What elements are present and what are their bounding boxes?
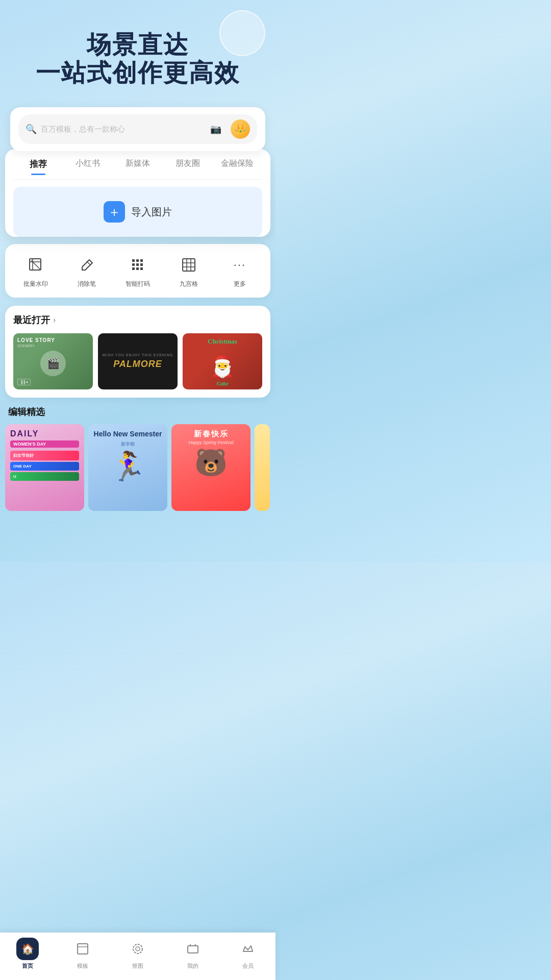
batch-watermark-icon [24, 253, 47, 277]
svg-rect-12 [136, 267, 139, 270]
recent-arrow[interactable]: › [53, 315, 56, 325]
svg-rect-13 [140, 267, 143, 270]
more-label: 更多 [234, 280, 246, 288]
svg-line-4 [87, 261, 90, 265]
svg-rect-9 [136, 263, 139, 266]
tab-newmedia[interactable]: 新媒体 [113, 158, 163, 174]
recent-item-palmore[interactable]: WISH YOU ENJOY THIS EVENING PALMORE [98, 333, 178, 389]
picks-grid: DAILY WOMEN'S DAY 妇女节你好 ONE DAY U Hello … [5, 424, 270, 511]
tool-nine-grid[interactable]: 九宫格 [163, 253, 214, 288]
import-area[interactable]: ＋ 导入图片 [13, 187, 262, 237]
tool-smart-mosaic[interactable]: 智能打码 [112, 253, 163, 288]
recent-item-christmas[interactable]: Christmas 🎅 Cake [183, 333, 262, 389]
nine-grid-icon [177, 253, 201, 277]
recent-item-love-story[interactable]: LOVE STORY SCENERY 🎬 ▐▐ ■ [13, 333, 93, 389]
search-placeholder: 百万模板，总有一款称心 [41, 125, 206, 134]
eraser-icon [75, 253, 98, 277]
svg-rect-11 [132, 267, 135, 270]
picks-section: 编辑精选 DAILY WOMEN'S DAY 妇女节你好 ONE DAY U H… [5, 406, 270, 516]
recent-header: 最近打开 › [13, 314, 262, 326]
smart-mosaic-icon [126, 253, 149, 277]
deco-circle [219, 10, 265, 56]
crown-badge[interactable]: 👑 [231, 119, 250, 139]
tabs-panel: 推荐 小红书 新媒体 朋友圈 金融保险 ＋ 导入图片 [5, 149, 270, 237]
tools-panel: 批量水印 消除笔 [5, 244, 270, 298]
pick-item-daily[interactable]: DAILY WOMEN'S DAY 妇女节你好 ONE DAY U [5, 424, 84, 511]
svg-rect-7 [140, 259, 143, 262]
tab-recommended[interactable]: 推荐 [13, 158, 63, 174]
tool-more[interactable]: ··· 更多 [214, 253, 265, 288]
tab-finance[interactable]: 金融保险 [212, 158, 262, 174]
svg-rect-6 [136, 259, 139, 262]
pick-item-spring[interactable]: 新春快乐 Happy Spring Festival 🐻 [171, 424, 251, 511]
semester-title: Hello New Semester [94, 429, 162, 438]
recent-grid: LOVE STORY SCENERY 🎬 ▐▐ ■ WISH YOU ENJOY… [13, 333, 262, 389]
tabs-row: 推荐 小红书 新媒体 朋友圈 金融保险 [13, 151, 262, 180]
nine-grid-label: 九宫格 [180, 280, 198, 288]
svg-rect-8 [132, 263, 135, 266]
picks-title: 编辑精选 [5, 406, 270, 418]
pick-item-semester[interactable]: Hello New Semester 新学期 🏃‍♀️ [88, 424, 167, 511]
tools-row: 批量水印 消除笔 [10, 253, 265, 288]
eraser-label: 消除笔 [78, 280, 96, 288]
camera-icon[interactable]: 📷 [210, 124, 221, 135]
svg-rect-14 [183, 259, 195, 271]
recent-title: 最近打开 [13, 314, 50, 326]
hero-section: 场景直达 一站式创作更高效 [0, 0, 276, 97]
tab-moments[interactable]: 朋友圈 [163, 158, 213, 174]
import-plus-icon: ＋ [104, 201, 125, 223]
tab-xiaohongshu[interactable]: 小红书 [63, 158, 113, 174]
import-label: 导入图片 [131, 205, 172, 219]
spring-title: 新春快乐 [194, 429, 229, 439]
svg-rect-5 [132, 259, 135, 262]
tool-eraser[interactable]: 消除笔 [61, 253, 112, 288]
recent-section: 最近打开 › LOVE STORY SCENERY 🎬 ▐▐ ■ WISH YO… [5, 306, 270, 398]
pick-item-fourth-partial[interactable] [255, 424, 270, 511]
more-icon: ··· [228, 253, 252, 277]
search-icon: 🔍 [26, 124, 37, 135]
svg-rect-10 [140, 263, 143, 266]
search-bar[interactable]: 🔍 百万模板，总有一款称心 📷 👑 [18, 114, 257, 144]
batch-watermark-label: 批量水印 [23, 280, 48, 288]
tool-batch-watermark[interactable]: 批量水印 [10, 253, 61, 288]
smart-mosaic-label: 智能打码 [126, 280, 150, 288]
search-card: 🔍 百万模板，总有一款称心 📷 👑 [10, 107, 265, 151]
